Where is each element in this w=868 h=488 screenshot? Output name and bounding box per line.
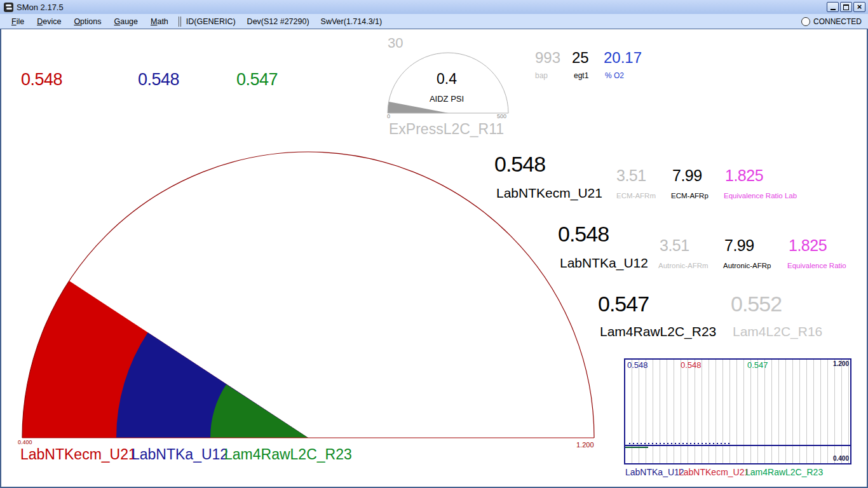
chart-legend-labntkecm: LabNTKecm_U21 — [679, 467, 749, 477]
big-gauge-scale-min: 0.400 — [18, 439, 32, 445]
chart-legend-labntka: LabNTKa_U12 — [625, 467, 684, 477]
row2-autronic-afrp-value: 7.99 — [724, 236, 754, 255]
row2-autronic-afrp-label: Autronic-AFRp — [723, 262, 771, 269]
minimize-icon — [831, 9, 836, 10]
row1-equiv-ratio-value: 1.825 — [725, 166, 763, 185]
chart-trace-line — [625, 445, 850, 446]
row1-ecm-afrp-label: ECM-AFRp — [671, 192, 709, 200]
row1-name: LabNTKecm_U21 — [496, 186, 602, 201]
gauge-legend-labntka: LabNTKa_U12 — [132, 446, 228, 463]
readout-value-red: 0.548 — [21, 70, 62, 90]
readout-egt1-value: 25 — [572, 49, 589, 67]
client-area: 0.548 0.548 0.547 30 0.4 AIDZ PSI 0 500 … — [0, 29, 868, 488]
connected-indicator-circle — [801, 17, 810, 26]
status-device: Dev(S12 #27290) — [247, 17, 309, 26]
small-gauge-scale-min: 0 — [387, 113, 390, 119]
readout-egt1-label: egt1 — [574, 71, 588, 80]
small-gauge-name: ExPressL2C_R11 — [389, 121, 504, 138]
row1-ecm-afrm-label: ECM-AFRm — [616, 192, 656, 200]
row1-ecm-afrp-value: 7.99 — [672, 166, 702, 185]
minimize-button[interactable] — [827, 2, 839, 12]
menu-gauge[interactable]: Gauge — [109, 16, 143, 27]
readout-o2-value: 20.17 — [604, 49, 642, 67]
window-titlebar: SMon 2.17.5 × — [0, 0, 868, 14]
chart-trace-green-segment — [625, 447, 648, 448]
readout-value-navy: 0.548 — [138, 70, 179, 90]
chart-ymax-label: 1.200 — [833, 360, 849, 367]
small-gauge-value: 0.4 — [405, 71, 488, 88]
restore-button[interactable] — [840, 2, 852, 12]
window-controls: × — [827, 2, 865, 12]
row2-equiv-ratio-label: Equivalence Ratio — [787, 262, 846, 269]
chart-legend-lam4raw: Lam4RawL2C_R23 — [745, 467, 823, 477]
chart-value-labntkecm: 0.548 — [681, 360, 702, 370]
row2-name: LabNTKa_U12 — [560, 255, 648, 271]
row2-value: 0.548 — [558, 222, 609, 247]
chart-value-labntka: 0.548 — [627, 360, 648, 370]
connected-label: CONNECTED — [813, 17, 862, 26]
small-gauge-scale-max: 500 — [497, 113, 506, 119]
menu-file[interactable]: File — [6, 16, 29, 27]
menu-separator — [179, 17, 181, 27]
smon-logo-icon — [4, 3, 13, 12]
big-gauge-scale-max: 1.200 — [576, 441, 594, 449]
strip-chart: 0.548 0.548 0.547 1.200 0.400 — [624, 358, 851, 464]
status-id: ID(GENERIC) — [186, 17, 236, 26]
gauge-legend-labntkecm: LabNTKecm_U21 — [20, 446, 137, 463]
menu-options[interactable]: Options — [69, 16, 106, 27]
row1-value: 0.548 — [494, 152, 545, 177]
gauge-legend-lam4raw: Lam4RawL2C_R23 — [224, 446, 352, 463]
status-swver: SwVer(1.714.3/1) — [321, 17, 383, 26]
row2-equiv-ratio-value: 1.825 — [789, 236, 827, 255]
window-title: SMon 2.17.5 — [17, 3, 64, 12]
small-gauge-unit-label: AIDZ PSI — [405, 94, 488, 104]
readout-value-green: 0.547 — [236, 70, 278, 90]
row1-ecm-afrm-value: 3.51 — [616, 166, 646, 185]
chart-ymin-label: 0.400 — [833, 455, 849, 462]
readout-o2-label: % O2 — [605, 71, 624, 80]
menu-device[interactable]: Device — [32, 16, 66, 27]
chart-value-lam4raw: 0.547 — [747, 360, 768, 370]
row1-equiv-ratio-label: Equivalence Ratio Lab — [724, 192, 797, 200]
readout-bap-value: 993 — [535, 49, 560, 67]
row2-autronic-afrm-value: 3.51 — [660, 236, 689, 255]
connection-status: CONNECTED — [801, 17, 862, 26]
restore-icon — [843, 4, 849, 10]
app-window: SMon 2.17.5 × File Device Options Gauge … — [0, 0, 868, 488]
readout-bap-label: bap — [535, 71, 548, 80]
row3-value: 0.547 — [598, 292, 649, 316]
close-button[interactable]: × — [853, 2, 865, 12]
row3-secondary-name: Lam4L2C_R16 — [733, 324, 822, 339]
close-icon: × — [857, 3, 862, 11]
menu-bar: File Device Options Gauge Math ID(GENERI… — [0, 14, 868, 29]
gauge-needle-green — [210, 384, 308, 438]
row3-secondary-value: 0.552 — [731, 292, 782, 316]
small-gauge-corner-value: 30 — [388, 35, 403, 51]
row2-autronic-afrm-label: Autronic-AFRm — [658, 262, 709, 269]
row3-name: Lam4RawL2C_R23 — [600, 324, 716, 339]
menu-math[interactable]: Math — [146, 16, 173, 27]
chart-trace-noise — [629, 443, 731, 444]
